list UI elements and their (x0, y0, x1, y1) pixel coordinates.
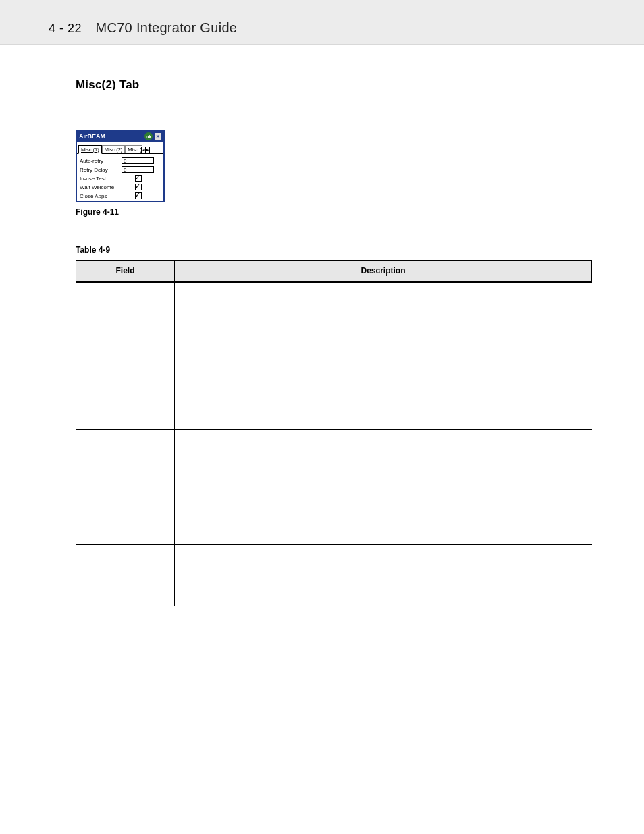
cell-description (175, 282, 592, 398)
label-auto-retry: Auto-retry (80, 158, 122, 164)
th-description: Description (175, 261, 592, 282)
cell-description (175, 430, 592, 509)
cell-field (76, 545, 175, 606)
cell-description (175, 398, 592, 430)
input-retry-delay[interactable]: 0 (122, 166, 154, 173)
table-row (76, 398, 592, 430)
cell-field (76, 509, 175, 545)
row-wait-welcome: Wait Welcome (80, 184, 161, 190)
input-auto-retry[interactable]: 0 (122, 157, 154, 164)
table-row (76, 509, 592, 545)
checkbox-wait-welcome[interactable] (135, 184, 142, 190)
th-field: Field (76, 261, 175, 282)
section-heading: Misc(2) Tab (76, 78, 591, 92)
label-wait-welcome: Wait Welcome (80, 184, 122, 190)
row-retry-delay: Retry Delay 0 (80, 166, 161, 173)
tab-misc-2[interactable]: Misc (2) (102, 145, 126, 153)
checkbox-close-apps[interactable] (135, 192, 142, 199)
screenshot-title: AirBEAM (79, 133, 105, 140)
checkbox-inuse-test[interactable] (135, 175, 142, 182)
cell-field (76, 430, 175, 509)
page-header: 4 - 22 MC70 Integrator Guide (0, 0, 644, 45)
tab-misc-3-truncated[interactable]: Misc ( (125, 145, 142, 153)
cell-description (175, 509, 592, 545)
row-auto-retry: Auto-retry 0 (80, 157, 161, 164)
screenshot-tabstrip: Misc (1) Misc (2) Misc ( ◂ ▸ (77, 142, 163, 154)
cell-description (175, 545, 592, 606)
row-close-apps: Close Apps (80, 192, 161, 199)
tab-misc-1[interactable]: Misc (1) (78, 145, 102, 154)
tab-scroll-right-icon[interactable]: ▸ (145, 147, 150, 153)
table-row (76, 282, 592, 398)
close-icon[interactable]: × (154, 132, 162, 140)
airbeam-screenshot: AirBEAM ok × Misc (1) Misc (2) Misc ( ◂ … (76, 130, 165, 202)
table-caption: Table 4-9 (76, 245, 591, 255)
label-inuse-test: In-use Test (80, 176, 122, 182)
table-row (76, 430, 592, 509)
table-row (76, 545, 592, 606)
cell-field (76, 398, 175, 430)
row-inuse-test: In-use Test (80, 175, 161, 182)
page-number: 4 - 22 (49, 22, 82, 35)
figure-caption: Figure 4-11 (76, 207, 591, 217)
guide-title: MC70 Integrator Guide (95, 20, 237, 35)
label-retry-delay: Retry Delay (80, 167, 122, 173)
label-close-apps: Close Apps (80, 193, 122, 199)
cell-field (76, 282, 175, 398)
screenshot-titlebar: AirBEAM ok × (77, 131, 163, 142)
field-description-table: Field Description (76, 260, 592, 606)
ok-icon[interactable]: ok (144, 132, 153, 140)
